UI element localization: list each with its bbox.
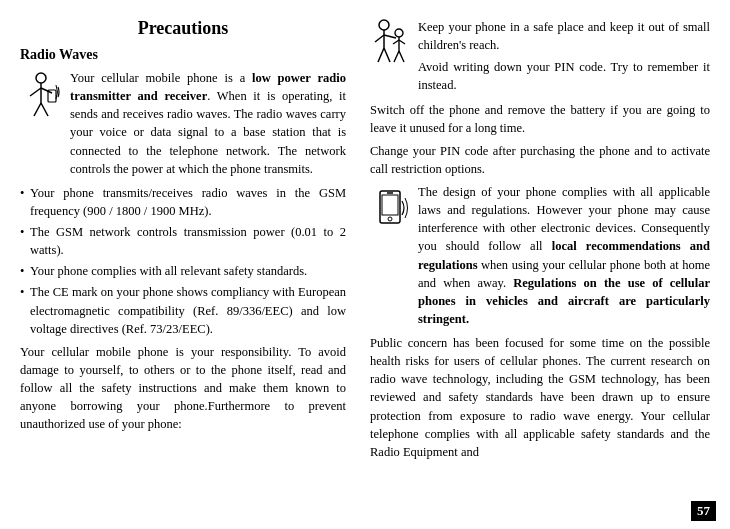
child-safety-text: Keep your phone in a safe place and keep… [418, 18, 710, 95]
regulations-block: The design of your phone complies with a… [370, 183, 710, 328]
svg-line-5 [34, 103, 41, 116]
right-para6: Public concern has been focused for some… [370, 334, 710, 461]
svg-line-6 [41, 103, 48, 116]
right-para6-bold: complies with all applicable safety stan… [425, 427, 664, 441]
svg-point-0 [36, 73, 46, 83]
bullet-item-3: Your phone complies with all relevant sa… [20, 262, 346, 280]
left-column: Precautions Radio Waves [0, 0, 360, 529]
para1-pre: Your cellular mobile phone is a [70, 71, 252, 85]
svg-line-15 [393, 40, 399, 44]
svg-line-2 [30, 88, 41, 96]
section-title-radio-waves: Radio Waves [20, 47, 346, 63]
responsibility-para: Your cellular mobile phone is your respo… [20, 343, 346, 434]
svg-line-17 [394, 51, 399, 62]
right-column: Keep your phone in a safe place and keep… [360, 0, 730, 529]
svg-point-22 [388, 217, 392, 221]
page-container: Precautions Radio Waves [0, 0, 730, 529]
svg-line-11 [378, 48, 384, 62]
bullet-list: Your phone transmits/receives radio wave… [20, 184, 346, 338]
svg-line-9 [375, 35, 384, 42]
regulations-text: The design of your phone complies with a… [418, 183, 710, 328]
svg-line-18 [399, 51, 404, 62]
svg-rect-19 [380, 191, 400, 223]
svg-point-13 [395, 29, 403, 37]
svg-rect-20 [382, 195, 398, 215]
phone-icon-svg [22, 71, 60, 127]
child-safety-block: Keep your phone in a safe place and keep… [370, 18, 710, 95]
right-para6-pre: Public concern has been focused for some… [370, 336, 710, 441]
right-para4: Change your PIN code after purchasing th… [370, 142, 710, 178]
right-para1: Keep your phone in a safe place and keep… [418, 18, 710, 54]
svg-point-7 [379, 20, 389, 30]
radio-waves-intro-block: Your cellular mobile phone is a low powe… [20, 69, 346, 178]
right-para3: Switch off the phone and remove the batt… [370, 101, 710, 137]
svg-line-16 [399, 40, 405, 44]
bullet-item-2: The GSM network controls transmission po… [20, 223, 346, 259]
page-number: 57 [691, 501, 716, 521]
page-title: Precautions [20, 18, 346, 39]
svg-line-10 [384, 35, 396, 38]
child-icon-svg [370, 18, 410, 72]
radio-waves-intro-text: Your cellular mobile phone is a low powe… [70, 69, 346, 178]
svg-line-12 [384, 48, 390, 62]
regulations-icon-svg [370, 183, 410, 237]
bullet-item-4: The CE mark on your phone shows complian… [20, 283, 346, 337]
regulations-icon [370, 183, 410, 237]
child-safety-icon [370, 18, 410, 72]
bullet-item-1: Your phone transmits/receives radio wave… [20, 184, 346, 220]
right-para2: Avoid writing down your PIN code. Try to… [418, 58, 710, 94]
phone-transmitter-icon [20, 69, 62, 129]
